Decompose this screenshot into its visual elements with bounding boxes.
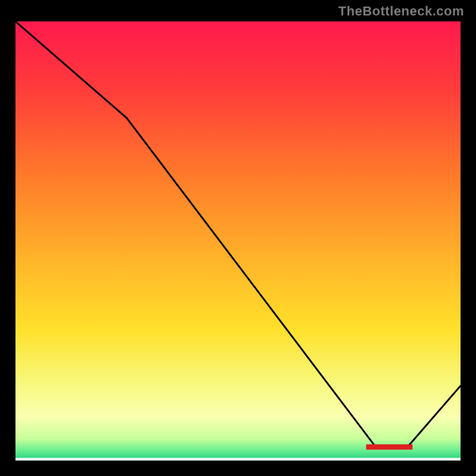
gradient-background <box>15 21 461 461</box>
plot-area-border <box>11 17 465 465</box>
chart-frame: TheBottleneck.com <box>0 0 476 476</box>
range-annotation <box>366 444 412 450</box>
plot-area <box>15 21 461 461</box>
bottleneck-chart <box>15 21 461 461</box>
zero-line-bar <box>15 458 461 461</box>
watermark-text: TheBottleneck.com <box>339 4 464 19</box>
